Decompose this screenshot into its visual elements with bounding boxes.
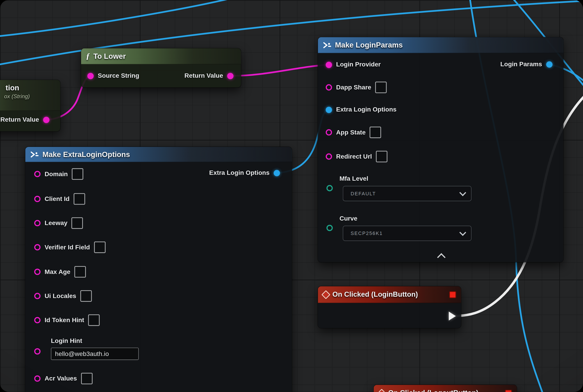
curve-label: Curve [340,215,358,222]
chevron-down-icon [459,229,466,236]
make-struct-icon [30,151,39,158]
pin-label-login-params-out: Login Params [500,60,542,68]
redirect-url-checkbox[interactable] [376,151,388,162]
pin-label-extra-login-options: Extra Login Options [336,106,396,113]
event-icon [322,290,330,299]
collapse-node-chevron-icon[interactable] [437,253,445,261]
curve-value: SECP256K1 [350,230,383,236]
node-title: On Clicked (LogoutButton) [388,389,478,392]
pin-row-dapp-share: Dapp Share [326,82,387,93]
pin-domain[interactable] [34,171,40,177]
pin-row-extra-login-options-out: Extra Login Options [209,169,280,177]
pin-row-login-params-out: Login Params [500,60,552,68]
mfa-level-value: DEFAULT [350,191,376,196]
mfa-level-dropdown[interactable]: DEFAULT [343,186,472,201]
node-left-partial[interactable]: tion ox (String) Return Value [0,80,60,131]
leeway-checkbox[interactable] [72,218,83,229]
node-title: Make ExtraLoginOptions [42,150,130,158]
pin-label-extra-login-options-out: Extra Login Options [209,169,270,177]
pin-row-id-token-hint: Id Token Hint [34,314,100,326]
domain-checkbox[interactable] [72,168,83,180]
make-struct-icon [323,42,332,48]
node-onclicked-loginbutton[interactable]: On Clicked (LoginButton) [318,286,461,328]
pin-extra-login-options-input[interactable] [326,106,332,113]
client-id-checkbox[interactable] [74,193,85,204]
node-title-fragment: tion [0,84,19,92]
pin-label-return-value: Return Value [0,116,39,124]
pin-label-redirect-url: Redirect Url [336,153,372,160]
pin-curve[interactable] [326,225,333,231]
node-title: Make LoginParams [335,41,403,49]
pin-label-return-value: Return Value [184,72,223,80]
pin-ui-locales[interactable] [34,293,40,299]
pin-label-leeway: Leeway [44,220,67,227]
max-age-checkbox[interactable] [74,266,86,278]
pin-extra-login-options-output[interactable] [274,170,280,176]
pin-leeway[interactable] [34,220,40,226]
pin-row-domain: Domain [34,168,83,180]
pin-label-verifier-id-field: Verifier Id Field [44,244,90,251]
pin-row-client-id: Client Id [34,193,85,204]
pin-verifier-id-field[interactable] [34,244,40,250]
pin-app-state[interactable] [326,129,332,136]
mfa-level-label: Mfa Level [340,175,368,182]
function-icon: ƒ [86,51,90,61]
verifier-id-field-checkbox[interactable] [94,242,106,253]
node-make-loginparams[interactable]: Make LoginParams Login Provider Login Pa… [318,37,563,262]
pin-row-curve [326,225,333,231]
node-make-extraloginoptions[interactable]: Make ExtraLoginOptions Domain Client Id … [25,147,292,392]
pin-row-acr-values: Acr Values [34,373,92,384]
pin-row-ui-locales: Ui Locales [34,290,92,302]
login-hint-input[interactable] [51,348,139,360]
pin-row-max-age: Max Age [34,266,86,278]
pin-row-verifier-id-field: Verifier Id Field [34,242,106,253]
pin-return-value-output[interactable] [227,73,234,79]
pin-row-app-state: App State [326,126,381,138]
ui-locales-checkbox[interactable] [80,290,92,302]
pin-label-acr-values: Acr Values [44,375,77,382]
pin-row-leeway: Leeway [34,218,83,229]
pin-login-hint[interactable] [34,348,40,354]
node-title: On Clicked (LoginButton) [332,290,418,298]
chevron-down-icon [459,189,466,196]
pin-row-login-hint [34,348,40,354]
pin-acr-values[interactable] [34,375,40,382]
pin-login-params-output[interactable] [546,61,552,68]
pin-row-mfa-level [326,185,333,191]
event-icon [377,388,386,392]
pin-id-token-hint[interactable] [34,317,40,323]
pin-label-domain: Domain [44,170,68,178]
pin-label-app-state: App State [336,129,366,136]
screenshot-root: tion ox (String) Return Value ƒ To Lower… [0,0,583,392]
pin-label-login-provider: Login Provider [336,61,381,68]
pin-mfa-level[interactable] [326,185,333,191]
acr-values-checkbox[interactable] [81,373,92,384]
pin-login-provider[interactable] [326,62,332,68]
wire-blue-top-left[interactable] [0,0,240,36]
pin-row-extra-login-options: Extra Login Options [326,106,396,113]
curve-dropdown[interactable]: SECP256K1 [343,226,472,241]
pin-row-login-provider: Login Provider [326,61,381,68]
pin-redirect-url[interactable] [326,154,332,160]
pin-label-source-string: Source String [98,72,139,80]
exec-output-pin[interactable] [449,312,456,320]
wire-magenta-tolower-to-loginprovider[interactable] [230,65,329,76]
pin-row-redirect-url: Redirect Url [326,151,388,162]
dapp-share-checkbox[interactable] [375,82,387,93]
blueprint-graph-canvas[interactable]: tion ox (String) Return Value ƒ To Lower… [0,0,583,392]
pin-label-id-token-hint: Id Token Hint [44,316,84,324]
node-title: To Lower [93,52,126,60]
app-state-checkbox[interactable] [370,126,381,138]
delegate-square-icon[interactable] [505,390,512,392]
pin-dapp-share[interactable] [326,84,332,90]
pin-label-dapp-share: Dapp Share [336,84,371,91]
pin-label-max-age: Max Age [44,268,70,276]
pin-source-string-input[interactable] [88,73,94,79]
id-token-hint-checkbox[interactable] [88,314,100,326]
delegate-square-icon[interactable] [449,291,456,298]
pin-return-value-output[interactable] [43,116,49,123]
node-onclicked-logoutbutton[interactable]: On Clicked (LogoutButton) [374,385,517,392]
pin-max-age[interactable] [34,268,40,275]
node-to-lower[interactable]: ƒ To Lower Source String Return Value [81,48,241,88]
pin-client-id[interactable] [34,196,40,202]
